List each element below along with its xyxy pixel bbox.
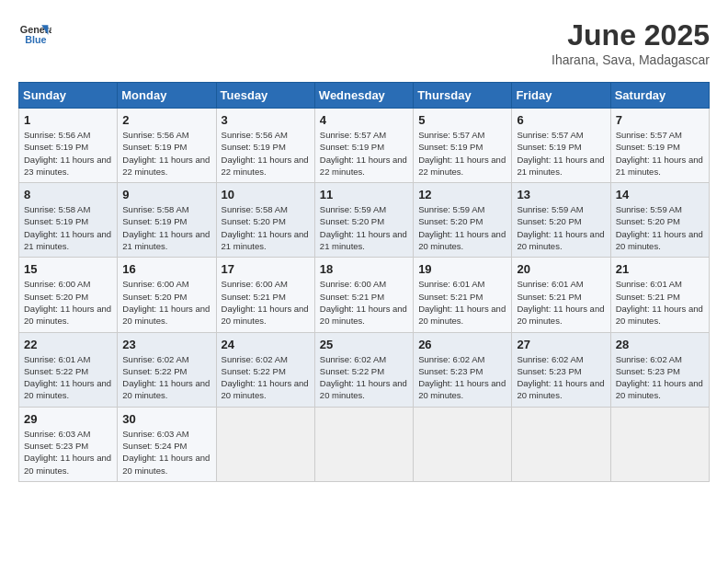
svg-text:Blue: Blue <box>25 34 46 45</box>
day-info: Sunrise: 6:00 AMSunset: 5:21 PMDaylight:… <box>320 278 408 327</box>
calendar-cell: 8Sunrise: 5:58 AMSunset: 5:19 PMDaylight… <box>19 183 118 258</box>
day-info: Sunrise: 5:56 AMSunset: 5:19 PMDaylight:… <box>222 129 310 178</box>
title-block: June 2025 Iharana, Sava, Madagascar <box>552 18 710 67</box>
day-info: Sunrise: 6:02 AMSunset: 5:23 PMDaylight:… <box>616 353 704 402</box>
day-number: 12 <box>418 188 506 201</box>
day-number: 16 <box>122 262 210 276</box>
day-number: 26 <box>418 338 506 351</box>
calendar-cell: 4Sunrise: 5:57 AMSunset: 5:19 PMDaylight… <box>314 109 413 183</box>
day-number: 21 <box>616 262 704 276</box>
day-number: 17 <box>222 262 310 276</box>
logo-icon: General Blue <box>18 18 51 52</box>
calendar-cell: 17Sunrise: 6:00 AMSunset: 5:21 PMDayligh… <box>216 258 314 332</box>
day-number: 23 <box>122 338 210 351</box>
calendar-cell: 6Sunrise: 5:57 AMSunset: 5:19 PMDaylight… <box>512 109 610 183</box>
day-number: 27 <box>517 338 605 351</box>
calendar-cell: 30Sunrise: 6:03 AMSunset: 5:24 PMDayligh… <box>118 407 216 481</box>
day-info: Sunrise: 6:00 AMSunset: 5:20 PMDaylight:… <box>24 278 112 327</box>
day-number: 15 <box>24 262 112 276</box>
calendar-cell <box>216 407 314 481</box>
calendar-cell: 7Sunrise: 5:57 AMSunset: 5:19 PMDaylight… <box>610 109 709 183</box>
day-of-week-header: Wednesday <box>314 83 413 109</box>
month-title: June 2025 <box>552 18 710 52</box>
calendar-cell: 11Sunrise: 5:59 AMSunset: 5:20 PMDayligh… <box>314 183 413 258</box>
day-info: Sunrise: 6:01 AMSunset: 5:22 PMDaylight:… <box>24 353 112 402</box>
calendar-table: SundayMondayTuesdayWednesdayThursdayFrid… <box>18 82 710 482</box>
day-of-week-header: Tuesday <box>216 83 314 109</box>
day-info: Sunrise: 5:59 AMSunset: 5:20 PMDaylight:… <box>517 203 605 252</box>
day-info: Sunrise: 6:02 AMSunset: 5:23 PMDaylight:… <box>517 353 605 402</box>
day-number: 2 <box>122 113 210 127</box>
calendar-week-row: 29Sunrise: 6:03 AMSunset: 5:23 PMDayligh… <box>19 407 710 481</box>
day-number: 24 <box>222 338 310 351</box>
day-of-week-header: Thursday <box>414 83 512 109</box>
calendar-cell: 5Sunrise: 5:57 AMSunset: 5:19 PMDaylight… <box>414 109 512 183</box>
day-number: 3 <box>222 113 310 127</box>
calendar-header-row: SundayMondayTuesdayWednesdayThursdayFrid… <box>19 83 710 109</box>
day-info: Sunrise: 6:02 AMSunset: 5:22 PMDaylight:… <box>122 353 210 402</box>
day-info: Sunrise: 6:02 AMSunset: 5:22 PMDaylight:… <box>222 353 310 402</box>
calendar-cell: 29Sunrise: 6:03 AMSunset: 5:23 PMDayligh… <box>19 407 118 481</box>
location: Iharana, Sava, Madagascar <box>552 52 710 67</box>
calendar-cell: 23Sunrise: 6:02 AMSunset: 5:22 PMDayligh… <box>118 332 216 407</box>
calendar-week-row: 1Sunrise: 5:56 AMSunset: 5:19 PMDaylight… <box>19 109 710 183</box>
day-of-week-header: Friday <box>512 83 610 109</box>
day-number: 5 <box>418 113 506 127</box>
day-info: Sunrise: 6:01 AMSunset: 5:21 PMDaylight:… <box>418 278 506 327</box>
calendar-cell <box>314 407 413 481</box>
day-number: 10 <box>222 188 310 201</box>
calendar-cell: 2Sunrise: 5:56 AMSunset: 5:19 PMDaylight… <box>118 109 216 183</box>
day-info: Sunrise: 5:57 AMSunset: 5:19 PMDaylight:… <box>418 129 506 178</box>
day-number: 19 <box>418 262 506 276</box>
day-number: 29 <box>24 412 112 426</box>
calendar-cell: 1Sunrise: 5:56 AMSunset: 5:19 PMDaylight… <box>19 109 118 183</box>
calendar-week-row: 15Sunrise: 6:00 AMSunset: 5:20 PMDayligh… <box>19 258 710 332</box>
day-info: Sunrise: 6:02 AMSunset: 5:22 PMDaylight:… <box>320 353 408 402</box>
day-info: Sunrise: 6:01 AMSunset: 5:21 PMDaylight:… <box>517 278 605 327</box>
calendar-cell: 15Sunrise: 6:00 AMSunset: 5:20 PMDayligh… <box>19 258 118 332</box>
day-info: Sunrise: 6:03 AMSunset: 5:24 PMDaylight:… <box>122 428 210 477</box>
calendar-cell: 22Sunrise: 6:01 AMSunset: 5:22 PMDayligh… <box>19 332 118 407</box>
day-of-week-header: Monday <box>118 83 216 109</box>
calendar-cell: 27Sunrise: 6:02 AMSunset: 5:23 PMDayligh… <box>512 332 610 407</box>
calendar-cell <box>512 407 610 481</box>
day-number: 30 <box>122 412 210 426</box>
day-number: 20 <box>517 262 605 276</box>
calendar-week-row: 22Sunrise: 6:01 AMSunset: 5:22 PMDayligh… <box>19 332 710 407</box>
logo: General Blue <box>18 18 51 52</box>
calendar-cell <box>414 407 512 481</box>
day-number: 18 <box>320 262 408 276</box>
day-info: Sunrise: 5:58 AMSunset: 5:20 PMDaylight:… <box>222 203 310 252</box>
day-info: Sunrise: 6:02 AMSunset: 5:23 PMDaylight:… <box>418 353 506 402</box>
day-number: 13 <box>517 188 605 201</box>
day-info: Sunrise: 6:00 AMSunset: 5:20 PMDaylight:… <box>122 278 210 327</box>
calendar-week-row: 8Sunrise: 5:58 AMSunset: 5:19 PMDaylight… <box>19 183 710 258</box>
day-info: Sunrise: 5:57 AMSunset: 5:19 PMDaylight:… <box>517 129 605 178</box>
day-info: Sunrise: 5:59 AMSunset: 5:20 PMDaylight:… <box>418 203 506 252</box>
day-info: Sunrise: 5:58 AMSunset: 5:19 PMDaylight:… <box>122 203 210 252</box>
calendar-cell <box>610 407 709 481</box>
calendar-cell: 26Sunrise: 6:02 AMSunset: 5:23 PMDayligh… <box>414 332 512 407</box>
day-info: Sunrise: 5:56 AMSunset: 5:19 PMDaylight:… <box>24 129 112 178</box>
calendar-cell: 16Sunrise: 6:00 AMSunset: 5:20 PMDayligh… <box>118 258 216 332</box>
day-number: 4 <box>320 113 408 127</box>
calendar-cell: 13Sunrise: 5:59 AMSunset: 5:20 PMDayligh… <box>512 183 610 258</box>
day-number: 1 <box>24 113 112 127</box>
day-number: 14 <box>616 188 704 201</box>
day-info: Sunrise: 5:59 AMSunset: 5:20 PMDaylight:… <box>616 203 704 252</box>
day-number: 8 <box>24 188 112 201</box>
day-info: Sunrise: 6:01 AMSunset: 5:21 PMDaylight:… <box>616 278 704 327</box>
calendar-cell: 24Sunrise: 6:02 AMSunset: 5:22 PMDayligh… <box>216 332 314 407</box>
day-info: Sunrise: 6:00 AMSunset: 5:21 PMDaylight:… <box>222 278 310 327</box>
day-number: 6 <box>517 113 605 127</box>
day-number: 25 <box>320 338 408 351</box>
day-number: 28 <box>616 338 704 351</box>
calendar-cell: 25Sunrise: 6:02 AMSunset: 5:22 PMDayligh… <box>314 332 413 407</box>
day-info: Sunrise: 5:56 AMSunset: 5:19 PMDaylight:… <box>122 129 210 178</box>
day-info: Sunrise: 6:03 AMSunset: 5:23 PMDaylight:… <box>24 428 112 477</box>
calendar-cell: 21Sunrise: 6:01 AMSunset: 5:21 PMDayligh… <box>610 258 709 332</box>
day-number: 9 <box>122 188 210 201</box>
calendar-cell: 12Sunrise: 5:59 AMSunset: 5:20 PMDayligh… <box>414 183 512 258</box>
calendar-cell: 3Sunrise: 5:56 AMSunset: 5:19 PMDaylight… <box>216 109 314 183</box>
day-number: 11 <box>320 188 408 201</box>
